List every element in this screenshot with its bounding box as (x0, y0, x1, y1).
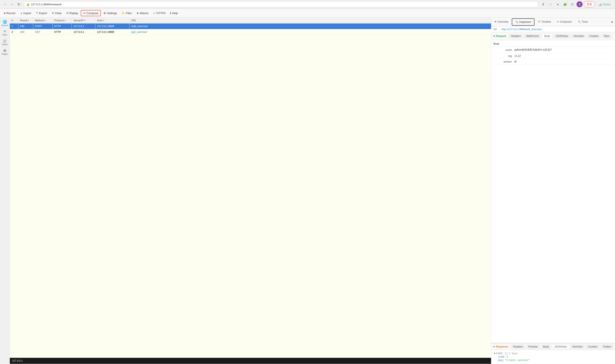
back-button[interactable]: ← (2, 1, 8, 7)
account-icon[interactable]: ● (555, 1, 561, 7)
download-icon[interactable]: ⬇ (540, 1, 546, 7)
row1-url: /add_exercise/ (130, 24, 491, 29)
settings-button[interactable]: ⚙ Settings (101, 11, 119, 16)
record-button[interactable]: ■ Record (2, 11, 17, 16)
tab-inspectors[interactable]: 🔍 Inspectors (512, 18, 535, 26)
body-row-name: name python的列表和元组有什么区别? (491, 47, 615, 53)
address-bar[interactable]: 🔒 127.0.0.1:8899/#network (24, 1, 538, 7)
request-tab-cookies[interactable]: Cookies (587, 34, 601, 39)
compose-button[interactable]: ✏ Compose (81, 10, 101, 16)
extension-icon[interactable]: 🧩 (562, 1, 568, 7)
sidebar-item-values[interactable]: ◫ Values (0, 38, 9, 47)
inspector-url-bar: Url http://127.0.0.1:8888/add_exercise/ (491, 26, 615, 32)
col-header-host[interactable]: Host ⇅ (95, 18, 130, 23)
response-tab-preview[interactable]: Preview (526, 344, 540, 349)
weinre-button[interactable]: ➤ Weinre (134, 11, 151, 16)
tab-overview[interactable]: 👁 Overview (491, 19, 511, 26)
request-tab-headers[interactable]: Headers (509, 34, 523, 39)
profile-button[interactable]: Z (576, 1, 583, 7)
request-tabs: ➡ Request Headers WebForms Body JSONView… (491, 32, 615, 40)
row2-result: 200 (18, 29, 33, 35)
inspectors-icon: 🔍 (515, 21, 518, 24)
help-button[interactable]: ℹ Help (168, 11, 180, 16)
json-code-line: code: 0 (498, 355, 613, 359)
https-button[interactable]: ✓ HTTPS (151, 11, 168, 16)
request-tab-webforms[interactable]: WebForms (524, 34, 541, 39)
body-row-tag: tag 11,12 (491, 53, 615, 59)
sort-icon: ⇅ (64, 19, 66, 22)
json-root-label: root: (496, 352, 504, 355)
row2-protocol: HTTP (52, 29, 72, 35)
network-panel: # Result ⇅ Method ⇅ Protocol ⇅ ServerIP … (10, 18, 491, 364)
bookmark-icon[interactable]: ☆ (548, 1, 553, 7)
request-tab-raw[interactable]: Raw (602, 34, 612, 39)
lock-icon: 🔒 (26, 3, 30, 6)
request-tab-jsonview[interactable]: JSONView (553, 34, 571, 39)
field-val-answer: df (514, 60, 612, 63)
request-tab-hexview[interactable]: HexView (571, 34, 586, 39)
import-button[interactable]: ⤓ Import (18, 11, 33, 16)
field-val-name: python的列表和元组有什么区别? (514, 48, 612, 52)
json-val-code: 0 (507, 355, 508, 358)
update-button[interactable]: 更新 (584, 1, 595, 7)
browser-actions: ⬇ ☆ ● 🧩 ⊡ Z 更新 📊 Online (540, 1, 613, 7)
response-tab-trailers[interactable]: Trailers (601, 344, 614, 349)
response-tab-hexview[interactable]: HexView (570, 344, 585, 349)
response-tab-headers[interactable]: Headers (511, 344, 525, 349)
network-icon: 🌐 (3, 20, 7, 24)
composer-icon: ✏ (557, 20, 559, 23)
request-body: Body name python的列表和元组有什么区别? tag 11,12 a… (491, 40, 615, 65)
export-button[interactable]: ⤒ Export (34, 11, 49, 16)
timeline-icon: ⏱ (538, 20, 540, 23)
request-tab-body[interactable]: Body (542, 34, 552, 39)
col-header-result[interactable]: Result ⇅ (18, 18, 33, 23)
url-value: http://127.0.0.1:8888/add_exercise/ (501, 28, 542, 31)
import-icon: ⤓ (20, 12, 22, 15)
record-icon: ■ (4, 12, 6, 15)
tab-timeline[interactable]: ⏱ Timeline (535, 19, 554, 26)
clear-button[interactable]: ✕ Clear (50, 11, 64, 16)
table-row[interactable]: 1 200 POST HTTP 127.0.0.1 127.0.0.1:8888… (10, 24, 491, 29)
status-bar: 127.0.0.1 (10, 358, 491, 364)
window-icon[interactable]: ⊡ (569, 1, 575, 7)
sidebar-item-plugins[interactable]: ⊞ Plugins (0, 47, 9, 56)
col-header-serverip[interactable]: ServerIP ⇅ (72, 18, 95, 23)
files-icon: 📁 (122, 12, 125, 15)
replay-icon: ↺ (66, 12, 69, 15)
json-children: code: 0 msg: "create succses" (494, 355, 613, 362)
network-table: # Result ⇅ Method ⇅ Protocol ⇅ ServerIP … (10, 18, 491, 358)
refresh-button[interactable]: ↻ (16, 1, 22, 7)
app-toolbar: ■ Record ⤓ Import ⤒ Export ✕ Clear ↺ Rep… (0, 9, 615, 18)
field-key-tag: tag (495, 54, 512, 57)
replay-button[interactable]: ↺ Replay (64, 11, 80, 16)
row1-protocol: HTTP (52, 24, 72, 29)
col-header-protocol[interactable]: Protocol ⇅ (52, 18, 72, 23)
tab-tools[interactable]: 🔧 Tools (575, 19, 591, 26)
request-section: ➡ Request Headers WebForms Body JSONView… (491, 32, 615, 65)
more-button[interactable]: ▼ (609, 19, 615, 26)
field-key-answer: answer (495, 60, 512, 63)
sort-icon: ⇅ (28, 19, 29, 22)
forward-button[interactable]: → (9, 1, 15, 7)
field-key-name: name (495, 49, 512, 52)
response-tab-jsonview[interactable]: JSONView (552, 344, 569, 349)
row1-serverip: 127.0.0.1 (72, 24, 95, 29)
url-label: Url (493, 28, 500, 31)
files-button[interactable]: 📁 Files (119, 11, 134, 16)
sidebar-item-network[interactable]: 🌐 Network (0, 19, 9, 28)
inspector-panel: 👁 Overview 🔍 Inspectors ⏱ Timeline ✏ Com… (491, 18, 615, 364)
overview-icon: 👁 (494, 20, 497, 23)
response-tab-cookies[interactable]: Cookies (586, 344, 600, 349)
collapse-icon[interactable]: ▼ (494, 352, 495, 355)
tab-composer[interactable]: ✏ Composer (554, 19, 575, 26)
table-row[interactable]: 2 200 GET HTTP 127.0.0.1 127.0.0.1:8888 … (10, 29, 491, 35)
status-text: 127.0.0.1 (12, 359, 23, 362)
values-icon: ◫ (3, 39, 6, 43)
response-tab-body[interactable]: Body (541, 344, 551, 349)
col-header-url[interactable]: URL (130, 18, 491, 23)
col-header-num[interactable]: # (10, 18, 18, 23)
browser-toolbar: ← → ↻ 🔒 127.0.0.1:8899/#network ⬇ ☆ ● 🧩 … (0, 0, 615, 9)
sidebar-item-rules[interactable]: ≡ Rules (0, 28, 9, 37)
row1-num: 1 (10, 24, 18, 29)
col-header-method[interactable]: Method ⇅ (33, 18, 52, 23)
